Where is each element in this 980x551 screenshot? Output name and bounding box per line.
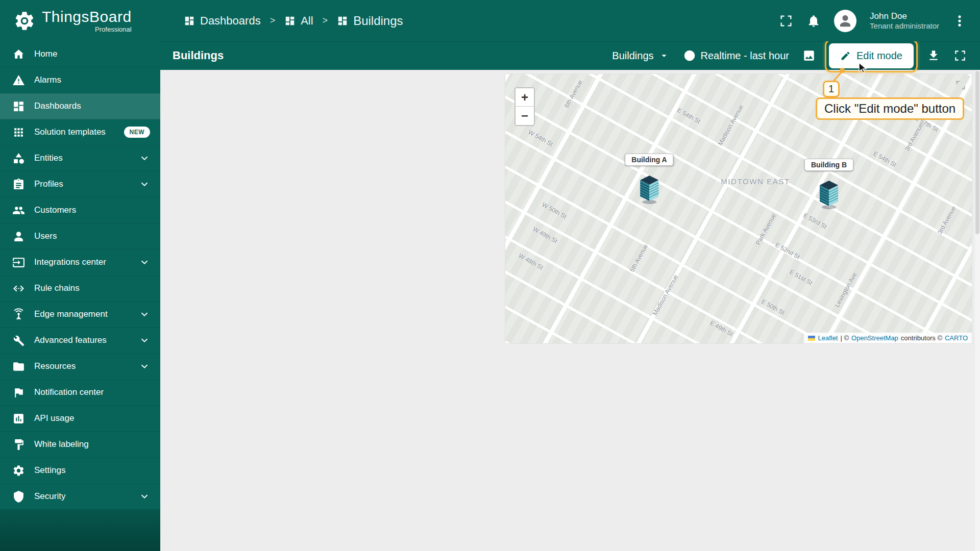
apps-icon <box>12 126 25 139</box>
sidebar-item-profiles[interactable]: Profiles <box>0 171 160 197</box>
wrench-icon <box>12 334 25 347</box>
dashboard-fullscreen-button[interactable] <box>953 49 967 62</box>
street-label: W 54th St <box>527 128 554 147</box>
zoom-in-button[interactable]: + <box>516 88 534 107</box>
sidebar-item-rule-chains[interactable]: Rule chains <box>0 276 160 302</box>
dashboard-canvas: W 54th St 6th Avenue E 54th St E 54th St… <box>160 70 980 551</box>
breadcrumb-dashboards[interactable]: Dashboards <box>184 14 261 28</box>
street-label: W 49th St <box>531 226 558 245</box>
antenna-icon <box>12 308 25 321</box>
street-label: Lexington Ave <box>834 271 859 309</box>
chevron-down-icon <box>139 361 150 372</box>
street-label: E 54th St <box>676 107 702 125</box>
chevron-down-icon <box>139 491 150 502</box>
sidebar-item-advanced-features[interactable]: Advanced features <box>0 328 160 354</box>
sidebar-item-api-usage[interactable]: API usage <box>0 406 160 432</box>
user-info: John Doe Tenant administrator <box>870 11 939 31</box>
clock-icon <box>683 49 696 62</box>
people-icon <box>12 204 25 217</box>
thingsboard-logo-icon <box>13 10 36 32</box>
sidebar-item-resources[interactable]: Resources <box>0 354 160 380</box>
sidebar-item-security[interactable]: Security <box>0 484 160 510</box>
pencil-icon <box>840 51 851 61</box>
street-label: Park Avenue <box>754 213 777 246</box>
map-attribution: Leaflet | © OpenStreetMap contributors ©… <box>804 333 972 343</box>
chevron-down-icon <box>139 335 150 346</box>
bell-icon <box>806 14 821 28</box>
user-avatar-icon <box>838 13 853 29</box>
breadcrumb-separator: > <box>323 15 328 26</box>
top-header: ThingsBoard Professional Dashboards > Al… <box>0 0 980 41</box>
sidebar-item-customers[interactable]: Customers <box>0 197 160 223</box>
sidebar-item-solution-templates[interactable]: Solution templates NEW <box>0 119 160 145</box>
warning-icon <box>12 74 25 87</box>
dashboard-image-button[interactable] <box>802 49 816 62</box>
more-menu-button[interactable] <box>952 14 967 28</box>
person-icon <box>12 230 25 243</box>
osm-link[interactable]: OpenStreetMap <box>851 334 898 342</box>
mouse-cursor <box>857 62 870 76</box>
sidebar-item-notification-center[interactable]: Notification center <box>0 380 160 406</box>
sidebar-item-edge-management[interactable]: Edge management <box>0 302 160 328</box>
folder-icon <box>12 360 25 373</box>
logo: ThingsBoard Professional <box>0 9 160 33</box>
gear-icon <box>12 464 25 477</box>
street-label: 6th Avenue <box>563 79 584 109</box>
marker-label: Building A <box>625 154 673 166</box>
leaflet-link[interactable]: Leaflet <box>818 334 838 342</box>
input-icon <box>12 256 25 269</box>
thingsboard-app: ThingsBoard Professional Dashboards > Al… <box>0 0 980 551</box>
street-label: E 50th St <box>760 298 786 316</box>
map-marker-building-a[interactable]: Building A <box>625 154 673 205</box>
breadcrumb-buildings[interactable]: Buildings <box>337 14 403 28</box>
annotation-step-badge: 1 <box>823 81 840 97</box>
building-icon <box>638 174 661 205</box>
notifications-button[interactable] <box>806 14 821 28</box>
dashboard-icon <box>184 15 195 27</box>
zoom-out-button[interactable]: − <box>516 107 534 125</box>
timewindow-button[interactable]: Realtime - last hour <box>683 49 789 62</box>
dashboard-icon <box>337 15 348 27</box>
app-tagline: Professional <box>42 26 132 33</box>
sidebar-item-integrations-center[interactable]: Integrations center <box>0 249 160 276</box>
breadcrumb-all[interactable]: All <box>284 14 313 28</box>
edit-mode-button[interactable]: Edit mode <box>829 43 914 68</box>
badge-icon <box>12 178 25 191</box>
sidebar-item-dashboards[interactable]: Dashboards <box>0 93 160 119</box>
street-label: E 52nd St <box>774 241 801 261</box>
street-label: 3rd Avenue <box>936 205 958 236</box>
avatar[interactable] <box>834 10 856 32</box>
street-label: 3rd Avenue <box>903 121 925 152</box>
map-fullscreen-button[interactable] <box>955 80 966 92</box>
sidebar-item-home[interactable]: Home <box>0 41 160 67</box>
dashboard-title: Buildings <box>173 49 224 62</box>
fullscreen-button[interactable] <box>779 14 793 28</box>
sidebar-footer <box>0 510 160 551</box>
sidebar-item-white-labeling[interactable]: White labeling <box>0 432 160 458</box>
expand-icon <box>955 80 966 90</box>
street-label: W 50th St <box>541 201 568 220</box>
user-role: Tenant administrator <box>870 21 939 31</box>
map-marker-building-b[interactable]: Building B <box>804 159 853 210</box>
chevron-down-icon <box>139 309 150 320</box>
ukraine-flag-icon <box>808 336 815 341</box>
annotation-tooltip: Click "Edit mode" button <box>816 97 964 120</box>
carto-link[interactable]: CARTO <box>945 334 968 342</box>
marker-label: Building B <box>804 159 853 171</box>
flag-icon <box>12 386 25 399</box>
sidebar-item-entities[interactable]: Entities <box>0 145 160 171</box>
download-button[interactable] <box>927 49 940 62</box>
sidebar-item-settings[interactable]: Settings <box>0 458 160 484</box>
neighborhood-label: MIDTOWN EAST <box>721 177 790 186</box>
state-select[interactable]: Buildings <box>612 50 669 62</box>
app-name: ThingsBoard <box>42 9 132 24</box>
shield-icon <box>12 490 25 503</box>
sidebar-item-alarms[interactable]: Alarms <box>0 67 160 93</box>
page-scrollbar[interactable] <box>975 70 980 551</box>
street-label: E 49th St <box>709 319 734 338</box>
scrollbar-thumb[interactable] <box>975 71 979 234</box>
street-label: 5th Avenue <box>628 243 649 273</box>
street-label: Madison Avenue <box>717 104 745 146</box>
image-icon <box>802 49 816 62</box>
sidebar-item-users[interactable]: Users <box>0 223 160 249</box>
